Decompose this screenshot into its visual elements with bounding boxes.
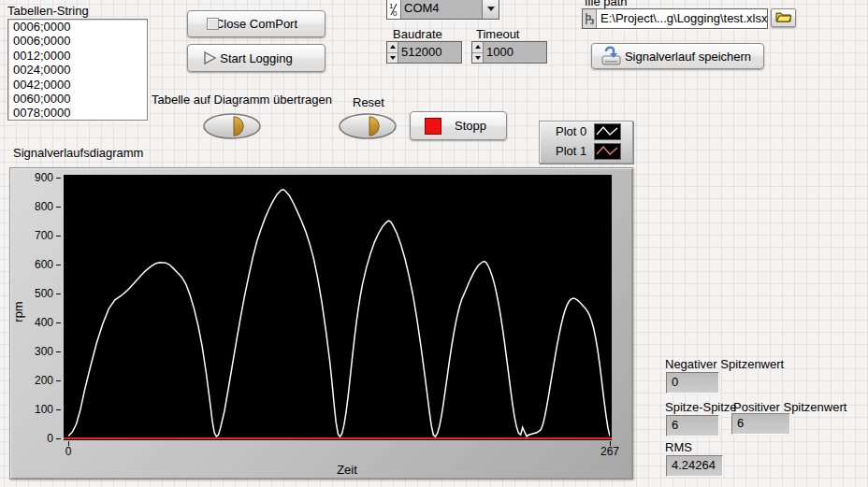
svg-text:0: 0 [393,9,398,17]
y-tick-label: 800 [15,200,53,214]
x-tick-mark [68,441,69,446]
list-item[interactable]: 0078;0000 [8,106,147,120]
table-to-chart-label: Tabelle auf Diagramm übertragen [152,93,332,107]
y-tick-label: 900 [15,171,53,185]
timeout-label: Timeout [476,27,519,41]
baudrate-value[interactable]: 512000 [398,42,461,63]
save-waveform-button[interactable]: Signalverlauf speichern [591,43,764,69]
neg-peak-label: Negativer Spitzenwert [665,357,784,371]
y-tick-label: 100 [15,403,53,417]
list-item[interactable]: 0024;0000 [8,63,147,77]
pos-peak-value: 6 [731,413,790,435]
y-tick-mark [56,265,61,265]
chevron-down-icon [487,7,495,11]
legend-line-sample-icon [594,143,621,160]
file-path-input[interactable]: E:\Project\...g\Logging\test.xlsx [582,8,768,29]
start-logging-button[interactable]: Start Logging [187,44,326,72]
timeout-input[interactable]: 1000 [471,41,547,64]
close-comport-button[interactable]: Close ComPort [187,10,326,37]
y-tick-label: 200 [15,374,53,388]
start-logging-label: Start Logging [220,51,292,65]
reset-label: Reset [353,95,384,109]
timeout-value[interactable]: 1000 [484,42,546,63]
y-tick-mark [56,178,61,179]
rms-value: 4.24264 [666,455,723,477]
x-tick-label: 267 [591,445,629,458]
y-tick-mark [56,236,61,236]
legend-item-label: Plot 1 [556,144,594,158]
decrement-icon [475,56,481,60]
com-port-value: COM4 [401,0,482,19]
baudrate-input[interactable]: 512000 [386,41,462,64]
baudrate-spinner[interactable] [387,42,398,63]
legend-line-sample-icon [594,123,621,140]
legend-item-label: Plot 0 [556,124,594,138]
y-tick-mark [56,351,61,352]
decrement-icon [390,56,396,60]
file-path-value[interactable]: E:\Project\...g\Logging\test.xlsx [597,9,767,28]
table-to-chart-toggle[interactable] [203,113,261,139]
plot-area [64,175,612,440]
save-icon [600,46,622,66]
file-path-label: file path [585,0,628,8]
plot-legend: Plot 0Plot 1 [539,121,633,164]
pos-peak-label: Positiver Spitzenwert [733,400,846,414]
y-tick-label: 0 [15,432,53,446]
plot1-zero-line [64,437,612,439]
close-comport-label: Close ComPort [215,17,297,31]
peak-peak-label: Spitze-Spitze [665,400,737,414]
table-string-listbox[interactable]: 0006;00000006;00000012;00000024;00000042… [7,19,148,121]
checkbox-icon [207,18,219,30]
list-item[interactable]: 0012;0000 [8,49,147,63]
play-icon [203,50,217,65]
increment-icon [390,45,396,49]
stop-button[interactable]: Stopp [410,111,507,140]
y-tick-mark [56,409,61,410]
visa-io-icon: 10 [387,0,401,19]
y-tick-mark [56,380,61,381]
y-tick-mark [56,438,61,439]
save-waveform-label: Signalverlauf speichern [604,50,751,64]
folder-icon [775,10,792,25]
table-string-label: Tabellen-String [7,4,89,18]
plot-line-plot-0 [68,190,610,437]
list-item[interactable]: 0060;0000 [8,92,147,106]
increment-icon [475,45,481,49]
path-type-icon [583,9,597,28]
waveform-lines [68,178,610,438]
list-item[interactable]: 0042;0000 [8,78,147,92]
x-tick-mark [610,441,611,446]
x-tick-label: 0 [50,445,87,458]
y-tick-label: 700 [15,229,53,243]
y-tick-label: 500 [15,287,53,301]
x-axis-label: Zeit [291,463,403,477]
com-port-dropdown-button[interactable] [482,0,499,19]
y-tick-label: 400 [15,316,53,330]
peak-peak-value: 6 [666,415,719,437]
legend-item[interactable]: Plot 1 [540,141,632,161]
baudrate-label: Baudrate [393,27,442,41]
waveform-chart: rpm 0100200300400500600700800900 0267 Ze… [9,167,633,480]
com-port-select[interactable]: 10 COM4 [386,0,499,20]
y-tick-label: 300 [15,345,53,359]
y-tick-mark [56,322,61,323]
y-tick-mark [56,207,61,208]
list-item[interactable]: 0006;0000 [8,34,147,48]
y-tick-label: 600 [15,258,53,272]
reset-toggle[interactable] [339,113,397,139]
list-item[interactable]: 0006;0000 [8,20,147,34]
stop-square-icon [425,118,441,135]
y-tick-mark [56,294,61,294]
browse-folder-button[interactable] [771,8,796,27]
neg-peak-value: 0 [666,372,719,394]
rms-label: RMS [665,440,692,454]
legend-item[interactable]: Plot 0 [540,122,632,141]
chart-title: Signalverlaufsdiagramm [13,146,143,160]
timeout-spinner[interactable] [472,42,484,63]
